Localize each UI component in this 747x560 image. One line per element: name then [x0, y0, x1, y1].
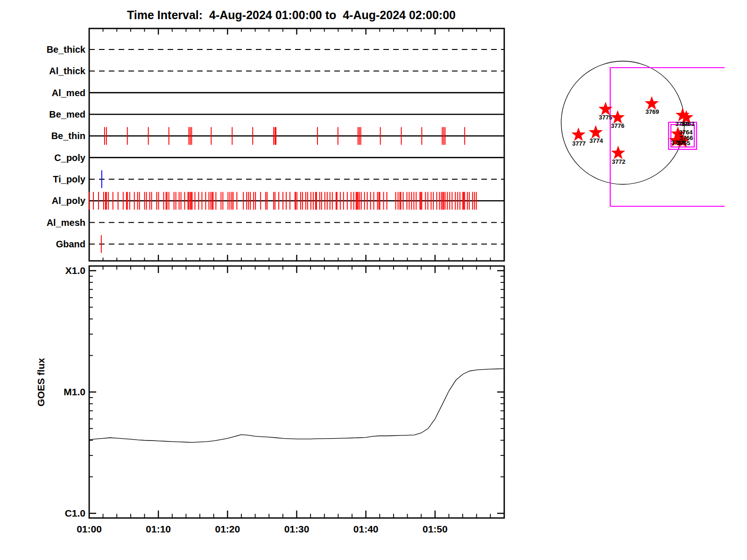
goes-x-tick-label: 01:40: [353, 524, 379, 535]
active-region-star-3774: [589, 125, 603, 139]
goes-y-axis-title: GOES flux: [35, 340, 47, 424]
goes-x-tick-label: 01:00: [77, 524, 102, 535]
plot-graphics: [0, 0, 747, 560]
goes-x-tick-label: 01:30: [284, 524, 310, 535]
filter-row-label-gband: Gband: [29, 238, 85, 250]
active-region-star-3772: [611, 146, 625, 159]
filter-row-label-be_med: Be_med: [29, 108, 85, 120]
goes-x-tick-label: 01:10: [146, 524, 171, 535]
active-region-number: 3763: [681, 121, 695, 127]
goes-y-tick-label: C1.0: [53, 507, 85, 519]
active-region-number: 3765: [677, 140, 691, 147]
goes-y-tick-label: M1.0: [53, 386, 85, 398]
active-region-number: 3774: [590, 138, 603, 144]
filter-row-label-ti_poly: Ti_poly: [29, 173, 85, 185]
active-region-number: 3776: [611, 123, 625, 129]
active-region-number: 3775: [599, 114, 613, 121]
goes-x-tick-label: 01:20: [215, 524, 240, 535]
goes-y-tick-label: X1.0: [53, 265, 85, 277]
filter-row-label-al_thick: Al_thick: [29, 65, 85, 77]
active-region-number: 3772: [612, 159, 626, 165]
active-region-star-3777: [571, 127, 585, 141]
active-region-star-3776: [611, 110, 625, 124]
active-region-number: 3769: [646, 109, 659, 115]
active-region-number: 3777: [572, 140, 586, 147]
filter-row-label-c_poly: C_poly: [29, 152, 85, 164]
filter-row-label-be_thin: Be_thin: [29, 130, 85, 142]
filter-row-label-al_poly: Al_poly: [29, 195, 85, 207]
filter-row-label-be_thick: Be_thick: [29, 43, 85, 56]
filter-row-label-al_mesh: Al_mesh: [29, 217, 85, 229]
goes-x-tick-label: 01:50: [423, 524, 448, 535]
goes-flux-curve: [89, 369, 504, 442]
screenshot-root: Time Interval: 4-Aug-2024 01:00:00 to 4-…: [0, 0, 747, 560]
active-region-star-3769: [645, 96, 659, 110]
goes-panel-frame: [89, 266, 504, 518]
filter-row-label-al_med: Al_med: [29, 87, 85, 99]
page-title: Time Interval: 4-Aug-2024 01:00:00 to 4-…: [127, 8, 456, 22]
